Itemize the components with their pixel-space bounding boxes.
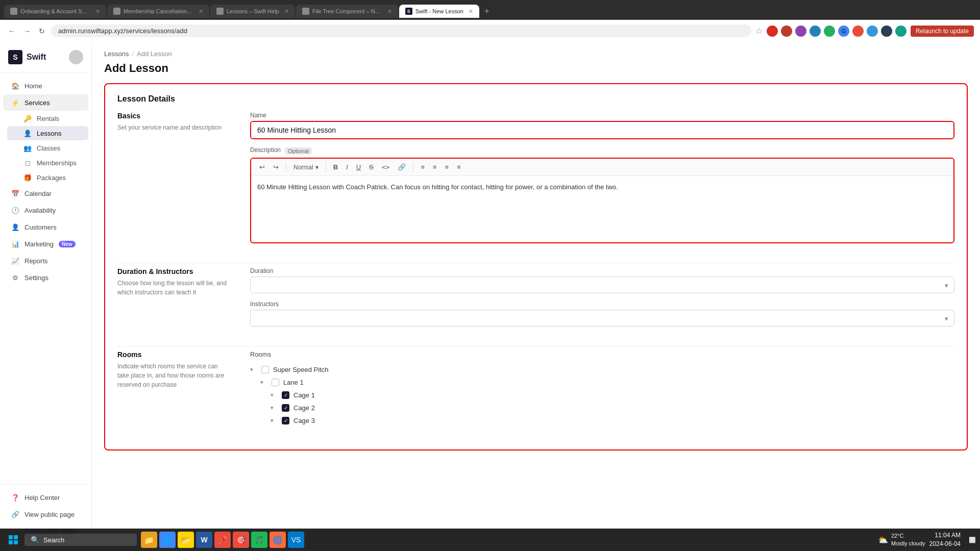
tab-close-5[interactable]: ✕ xyxy=(469,8,473,15)
sidebar-item-lessons[interactable]: 👤 Lessons xyxy=(7,126,88,140)
taskbar-file-explorer[interactable]: 📁 xyxy=(141,532,157,548)
duration-label: Duration xyxy=(250,267,954,274)
redo-button[interactable]: ↪ xyxy=(270,162,282,172)
room-chevron-cage-2[interactable]: ▾ xyxy=(271,405,278,411)
browser-ext-8[interactable] xyxy=(867,26,878,37)
sidebar-item-availability[interactable]: 🕐 Availability xyxy=(3,202,88,218)
taskbar-chrome[interactable]: 🌐 xyxy=(159,532,176,548)
room-chevron-super-speed-pitch[interactable]: ▾ xyxy=(250,366,257,373)
description-editor-body[interactable]: 60 Minute Hitting Lesson with Coach Patr… xyxy=(251,176,953,242)
room-chevron-cage-1[interactable]: ▾ xyxy=(271,392,278,398)
browser-ext-5[interactable] xyxy=(824,26,835,37)
align-right-button[interactable]: ≡ xyxy=(442,162,452,172)
duration-fields: Duration Instructors xyxy=(250,267,954,334)
relaunch-button[interactable]: Relaunch to update xyxy=(911,26,974,37)
room-checkbox-cage-3[interactable] xyxy=(282,417,289,424)
bookmark-icon[interactable]: ☆ xyxy=(755,26,763,36)
sidebar-item-memberships[interactable]: ◻ Memberships xyxy=(7,156,88,170)
start-button[interactable] xyxy=(4,531,22,549)
instructors-select-wrapper xyxy=(250,310,954,327)
breadcrumb-lessons[interactable]: Lessons xyxy=(104,50,129,58)
duration-select[interactable] xyxy=(250,277,954,293)
room-checkbox-super-speed-pitch[interactable] xyxy=(261,366,269,373)
style-select[interactable]: Normal ▾ xyxy=(290,162,322,172)
italic-button[interactable]: I xyxy=(343,162,351,172)
tab-4[interactable]: File Tree Component – Nextra ✕ xyxy=(296,5,398,18)
align-left-button[interactable]: ≡ xyxy=(418,162,428,172)
app6-icon: 🎯 xyxy=(236,535,246,545)
sidebar-item-marketing[interactable]: 📊 Marketing New xyxy=(3,236,88,252)
file-explorer-icon: 📁 xyxy=(144,535,154,545)
tab-close-1[interactable]: ✕ xyxy=(95,8,100,15)
taskbar-files[interactable]: 📂 xyxy=(178,532,194,548)
undo-button[interactable]: ↩ xyxy=(256,162,268,172)
underline-button[interactable]: U xyxy=(353,162,364,172)
taskbar-word[interactable]: W xyxy=(196,532,212,548)
room-name-cage-1: Cage 1 xyxy=(293,391,315,399)
sidebar-item-services[interactable]: ⚡ Services xyxy=(3,94,88,111)
services-submenu: 🔑 Rentals 👤 Lessons 👥 Classes ◻ Membersh… xyxy=(0,111,91,185)
room-checkbox-cage-1[interactable] xyxy=(282,391,289,399)
sidebar-item-home[interactable]: 🏠 Home xyxy=(3,78,88,94)
address-input[interactable] xyxy=(51,24,751,37)
browser-ext-6[interactable]: G xyxy=(838,26,849,37)
tab-3[interactable]: Lessons – Swift Help ✕ xyxy=(210,5,295,18)
basics-section-info: Basics Set your service name and descrip… xyxy=(117,112,230,251)
sidebar-item-reports[interactable]: 📈 Reports xyxy=(3,253,88,269)
taskbar-app8[interactable]: 🌀 xyxy=(270,532,286,548)
tab-favicon-2 xyxy=(113,8,120,15)
sidebar-item-packages[interactable]: 🎁 Packages xyxy=(7,170,88,185)
name-field-group: Name xyxy=(250,112,954,139)
room-checkbox-lane-1[interactable] xyxy=(272,379,279,386)
taskbar-app6[interactable]: 🎯 xyxy=(233,532,249,548)
reports-icon: 📈 xyxy=(11,257,19,265)
new-tab-button[interactable]: + xyxy=(480,5,493,18)
link-button[interactable]: 🔗 xyxy=(395,162,409,172)
back-button[interactable]: ← xyxy=(6,25,17,37)
tab-close-3[interactable]: ✕ xyxy=(284,8,289,15)
align-justify-button[interactable]: ≡ xyxy=(454,162,464,172)
name-input[interactable] xyxy=(251,122,953,138)
browser-ext-7[interactable] xyxy=(852,26,864,37)
tab-5[interactable]: S Swift - New Lesson ✕ xyxy=(399,5,479,18)
external-link-icon: 🔗 xyxy=(11,510,19,518)
instructors-select[interactable] xyxy=(250,310,954,327)
sidebar-item-settings[interactable]: ⚙ Settings xyxy=(3,269,88,286)
tab-bar: Onboarding & Account Setup ✕ Membership … xyxy=(0,0,980,19)
sidebar-item-classes[interactable]: 👥 Classes xyxy=(7,141,88,155)
toolbar-divider-2 xyxy=(326,163,326,172)
sidebar-item-rentals[interactable]: 🔑 Rentals xyxy=(7,111,88,126)
address-bar: ← → ↻ ☆ G Relaunch to update xyxy=(0,19,980,42)
sidebar-item-help[interactable]: ❓ Help Center xyxy=(3,489,88,506)
bold-button[interactable]: B xyxy=(330,162,341,172)
taskbar-vscode[interactable]: VS xyxy=(288,532,304,548)
browser-ext-10[interactable] xyxy=(895,26,906,37)
sidebar-item-customers[interactable]: 👤 Customers xyxy=(3,219,88,235)
tab-close-4[interactable]: ✕ xyxy=(387,8,392,15)
taskbar-spotify[interactable]: 🎵 xyxy=(251,532,267,548)
room-chevron-lane-1[interactable]: ▾ xyxy=(260,379,267,386)
svg-rect-4 xyxy=(14,540,18,544)
browser-ext-3[interactable] xyxy=(795,26,806,37)
taskbar-search[interactable]: 🔍 Search xyxy=(24,534,137,546)
taskbar-app5[interactable]: 📌 xyxy=(214,532,231,548)
strikethrough-button[interactable]: S xyxy=(366,162,377,172)
user-avatar[interactable] xyxy=(69,50,83,64)
reload-button[interactable]: ↻ xyxy=(37,25,47,37)
tab-close-2[interactable]: ✕ xyxy=(199,8,203,15)
room-checkbox-cage-2[interactable] xyxy=(282,404,289,412)
align-center-button[interactable]: ≡ xyxy=(430,162,440,172)
sidebar-item-view-public[interactable]: 🔗 View public page xyxy=(3,506,88,522)
browser-ext-2[interactable] xyxy=(781,26,792,37)
tab-2[interactable]: Membership Cancellation Instr... ✕ xyxy=(107,5,209,18)
duration-section: Duration & Instructors Choose how long t… xyxy=(117,267,954,334)
show-desktop-button[interactable]: ⬜ xyxy=(969,537,976,543)
room-chevron-cage-3[interactable]: ▾ xyxy=(271,417,278,424)
browser-ext-9[interactable] xyxy=(881,26,892,37)
browser-ext-4[interactable] xyxy=(810,26,821,37)
browser-ext-1[interactable] xyxy=(767,26,778,37)
forward-button[interactable]: → xyxy=(21,25,33,37)
code-button[interactable]: <> xyxy=(379,162,393,172)
tab-1[interactable]: Onboarding & Account Setup ✕ xyxy=(4,5,106,18)
sidebar-item-calendar[interactable]: 📅 Calendar xyxy=(3,185,88,202)
